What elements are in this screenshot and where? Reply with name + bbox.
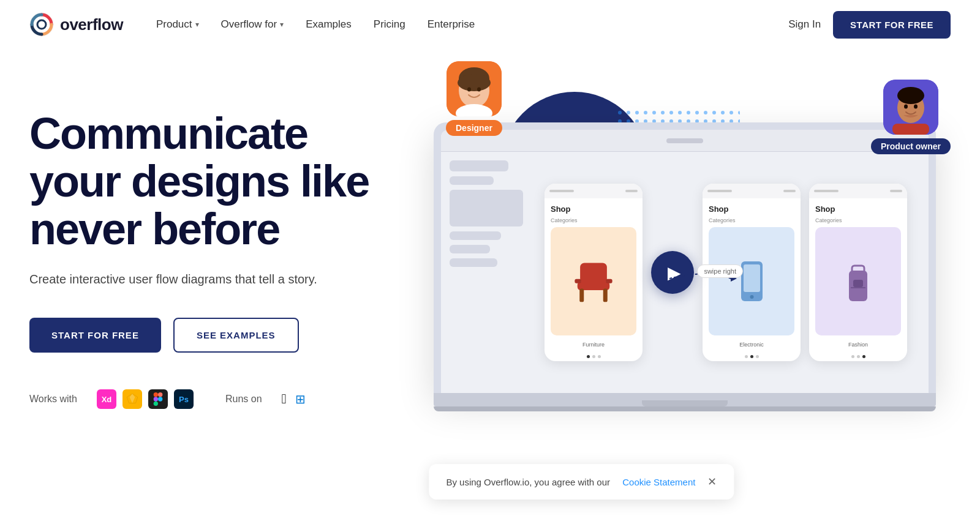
phone-product-card <box>815 227 901 335</box>
logo-link[interactable]: overflow <box>29 12 123 37</box>
phone-shop-title: Shop <box>551 204 636 214</box>
designer-label: Designer <box>446 120 502 136</box>
signin-link[interactable]: Sign In <box>788 18 821 31</box>
laptop-top-bar <box>441 130 929 152</box>
product-owner-label: Product owner <box>871 138 951 154</box>
cookie-banner: By using Overflow.io, you agree with our… <box>429 464 734 500</box>
swipe-label: swipe right <box>697 264 743 278</box>
cookie-text: By using Overflow.io, you agree with our <box>446 477 610 487</box>
runs-on-label: Runs on <box>225 394 262 405</box>
phone-dots <box>703 356 801 361</box>
sidebar-block <box>450 190 523 226</box>
hero-headline: Communicate your designs like never befo… <box>29 110 385 253</box>
designer-badge: Designer <box>446 61 502 136</box>
hero-cta-secondary[interactable]: SEE EXAMPLES <box>173 318 299 353</box>
svg-rect-25 <box>892 124 929 135</box>
phone-bottom-label: Fashion <box>815 339 901 350</box>
svg-point-18 <box>458 74 491 91</box>
svg-rect-46 <box>853 280 863 287</box>
tool-icons: Xd Ps <box>97 389 194 409</box>
chevron-down-icon: ▾ <box>195 20 199 29</box>
svg-rect-38 <box>575 279 581 283</box>
nav-right: Sign In START FOR FREE <box>788 11 951 39</box>
phone-status <box>549 190 574 192</box>
phone-mockup-fashion: Shop Categories <box>809 184 907 361</box>
phone-shop-title: Shop <box>709 204 794 214</box>
phone-battery <box>783 190 796 192</box>
svg-point-43 <box>750 295 753 299</box>
svg-rect-37 <box>603 288 608 302</box>
sidebar-block <box>450 160 508 171</box>
svg-rect-5 <box>158 392 162 397</box>
nav-enterprise[interactable]: Enterprise <box>419 13 483 36</box>
sketch-icon <box>123 389 142 409</box>
svg-point-26 <box>904 105 908 109</box>
phone-battery <box>625 190 638 192</box>
phone-top-bar <box>809 184 907 198</box>
nav-examples[interactable]: Examples <box>297 13 360 36</box>
brand-name: overflow <box>60 15 123 34</box>
nav-cta-button[interactable]: START FOR FREE <box>833 11 951 39</box>
phone-categories: Categories <box>709 217 794 223</box>
svg-rect-34 <box>580 263 607 283</box>
works-with-section: Works with Xd <box>29 389 385 409</box>
hero-section: Communicate your designs like never befo… <box>0 49 980 502</box>
nav-product[interactable]: Product ▾ <box>148 13 208 36</box>
chevron-down-icon: ▾ <box>280 20 284 29</box>
product-owner-avatar <box>883 80 938 135</box>
laptop-base <box>434 393 936 406</box>
phone-mockup-furniture: Shop Categories <box>545 184 643 361</box>
nav-pricing[interactable]: Pricing <box>365 13 414 36</box>
phone-product-card <box>551 227 636 335</box>
phone-categories: Categories <box>815 217 901 223</box>
svg-rect-6 <box>154 397 158 402</box>
bag-svg <box>846 258 870 304</box>
windows-icon: ⊞ <box>295 392 306 406</box>
logo-icon <box>29 12 54 37</box>
navigation: overflow Product ▾ Overflow for ▾ Exampl… <box>0 0 980 49</box>
nav-overflow-for[interactable]: Overflow for ▾ <box>213 13 293 36</box>
phone-categories: Categories <box>551 217 636 223</box>
designer-avatar <box>447 61 502 116</box>
connector: ▶ swipe right <box>651 251 694 294</box>
svg-point-8 <box>158 397 162 402</box>
svg-rect-4 <box>154 392 158 397</box>
laptop-bottom <box>434 406 936 411</box>
phone-bottom-label: Electronic <box>709 339 794 350</box>
photoshop-icon: Ps <box>174 389 194 409</box>
phone-status <box>707 190 732 192</box>
laptop-mockup: Shop Categories <box>434 122 936 411</box>
svg-point-21 <box>477 88 481 92</box>
laptop-content: Shop Categories <box>441 152 929 393</box>
phone-status <box>814 190 839 192</box>
phone-dots <box>809 356 907 361</box>
hero-cta-primary[interactable]: START FOR FREE <box>29 318 161 353</box>
phone-shop-title: Shop <box>815 204 901 214</box>
phone-dots <box>545 356 643 361</box>
cookie-link[interactable]: Cookie Statement <box>622 477 695 487</box>
svg-point-20 <box>467 88 471 92</box>
adobe-xd-icon: Xd <box>97 389 116 409</box>
hero-buttons: START FOR FREE SEE EXAMPLES <box>29 318 385 353</box>
svg-rect-36 <box>579 288 584 302</box>
svg-rect-42 <box>744 264 760 292</box>
apple-icon:  <box>282 391 287 407</box>
phone-bottom-label: Furniture <box>551 339 636 350</box>
sidebar-block <box>450 258 497 267</box>
hero-left: Communicate your designs like never befo… <box>29 73 385 409</box>
svg-rect-39 <box>606 279 612 283</box>
figma-icon <box>148 389 168 409</box>
phone-battery <box>890 190 902 192</box>
phone-content: Shop Categories <box>809 198 907 356</box>
phone-content: Shop Categories <box>545 198 643 356</box>
works-with-label: Works with <box>29 394 77 405</box>
svg-rect-7 <box>154 402 158 406</box>
sidebar-block <box>450 245 490 253</box>
cookie-close-button[interactable]: ✕ <box>707 475 717 488</box>
hero-subtext: Create interactive user flow diagrams th… <box>29 270 385 288</box>
svg-point-27 <box>914 105 918 109</box>
os-icons:  ⊞ <box>282 391 306 407</box>
chair-svg <box>572 257 615 306</box>
laptop-main-area: Shop Categories <box>532 160 920 384</box>
laptop-handle <box>666 138 703 143</box>
